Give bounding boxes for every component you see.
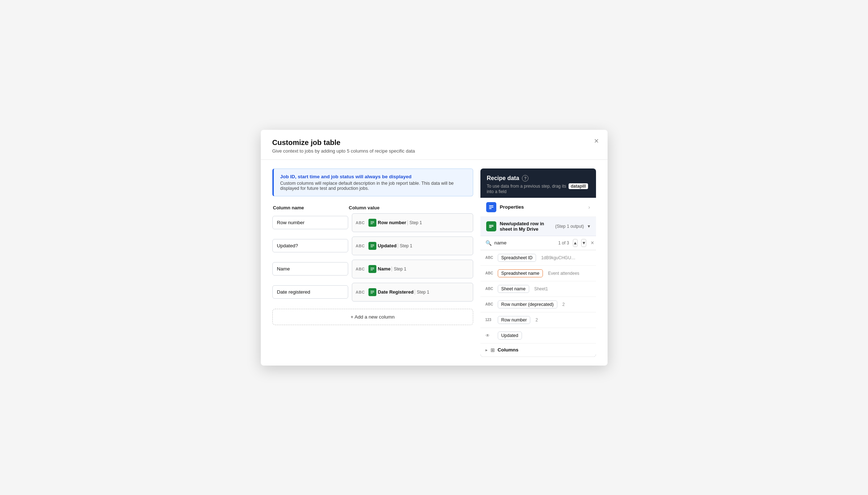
modal-body: Job ID, start time and job status will a… bbox=[261, 160, 608, 366]
svg-rect-21 bbox=[489, 226, 493, 227]
search-prev-button[interactable]: ▲ bbox=[573, 239, 578, 247]
svg-rect-20 bbox=[489, 225, 493, 226]
type-badge: 👁 bbox=[485, 333, 495, 338]
pill-label-2: Updated bbox=[378, 243, 397, 248]
pill-group-1: Row number Step 1 bbox=[368, 219, 422, 227]
right-panel: Recipe data ? To use data from a previou… bbox=[480, 168, 596, 357]
svg-rect-14 bbox=[371, 292, 374, 293]
svg-rect-5 bbox=[371, 244, 374, 245]
sheets-expanded: New/updated row in sheet in My Drive (St… bbox=[480, 217, 596, 357]
col-header-name: Column name bbox=[273, 205, 349, 210]
pill-step-4: Step 1 bbox=[415, 290, 429, 295]
type-badge: ABC bbox=[485, 271, 495, 275]
properties-icon bbox=[486, 202, 496, 212]
svg-rect-7 bbox=[371, 247, 373, 247]
columns-label: Columns bbox=[498, 347, 519, 353]
type-badge: ABC bbox=[485, 287, 495, 291]
list-item: ABC Spreadsheet name Event attendees bbox=[480, 266, 596, 281]
search-input[interactable] bbox=[495, 240, 556, 246]
sheets-expanded-step: (Step 1 output) bbox=[555, 224, 584, 229]
modal-header: Customize job table Give context to jobs… bbox=[261, 130, 608, 160]
datapill-row-number-deprecated[interactable]: Row number (deprecated) bbox=[498, 300, 557, 308]
modal-subtitle: Give context to jobs by adding upto 5 co… bbox=[272, 148, 596, 154]
sheets-icon-1 bbox=[368, 219, 376, 227]
recipe-data-header: Recipe data ? To use data from a previou… bbox=[480, 168, 596, 198]
search-next-button[interactable]: ▼ bbox=[581, 239, 586, 247]
svg-rect-10 bbox=[371, 269, 374, 269]
svg-rect-1 bbox=[371, 221, 374, 222]
sheets-expanded-title: New/updated row in sheet in My Drive bbox=[500, 221, 552, 232]
datapill-updated[interactable]: Updated bbox=[498, 332, 522, 340]
datapill-sheet-name[interactable]: Sheet name bbox=[498, 285, 529, 293]
search-icon: 🔍 bbox=[485, 240, 492, 246]
pill-label-1: Row number bbox=[378, 220, 406, 225]
search-count: 1 of 3 bbox=[558, 240, 569, 246]
close-button[interactable]: × bbox=[594, 137, 599, 145]
list-item: 123 Row number 2 bbox=[480, 312, 596, 328]
datapill-spreadsheet-name[interactable]: Spreadsheet name bbox=[498, 269, 543, 277]
datapill-value: 2 bbox=[535, 317, 538, 323]
pill-group-3: Name Step 1 bbox=[368, 265, 406, 273]
info-banner: Job ID, start time and job status will a… bbox=[272, 168, 473, 196]
columns-section[interactable]: ▸ ⊞ Columns bbox=[480, 343, 596, 357]
modal-title: Customize job table bbox=[272, 138, 596, 147]
col-value-box-1: ABC Row number Step 1 bbox=[352, 213, 473, 232]
svg-rect-16 bbox=[489, 205, 493, 206]
sheets-icon-2 bbox=[368, 242, 376, 250]
datapill-row-number[interactable]: Row number bbox=[498, 316, 531, 324]
expand-icon: ▸ bbox=[485, 347, 488, 353]
col-name-input-4[interactable] bbox=[272, 285, 348, 299]
pill-step-2: Step 1 bbox=[398, 243, 413, 248]
datapill-value: Sheet1 bbox=[534, 286, 548, 291]
type-badge: ABC bbox=[485, 302, 495, 306]
datapill-spreadsheet-id[interactable]: Spreadsheet ID bbox=[498, 254, 536, 262]
table-row: ABC Date Registered Step 1 bbox=[272, 283, 473, 302]
svg-rect-11 bbox=[371, 270, 373, 270]
sheets-expanded-header[interactable]: New/updated row in sheet in My Drive (St… bbox=[480, 217, 596, 236]
col-name-input-2[interactable] bbox=[272, 239, 348, 252]
svg-rect-15 bbox=[371, 293, 373, 294]
col-name-input-3[interactable] bbox=[272, 262, 348, 276]
table-row: ABC Name Step 1 bbox=[272, 260, 473, 278]
recipe-data-subtitle: To use data from a previous step, drag i… bbox=[487, 183, 590, 194]
col-value-box-4: ABC Date Registered Step 1 bbox=[352, 283, 473, 302]
abc-badge-4: ABC bbox=[356, 290, 365, 294]
table-row: ABC Updated Step 1 bbox=[272, 236, 473, 255]
sheets-chevron: ▾ bbox=[588, 223, 590, 229]
list-item: ABC Sheet name Sheet1 bbox=[480, 281, 596, 297]
help-icon[interactable]: ? bbox=[522, 175, 528, 182]
svg-rect-9 bbox=[371, 268, 374, 268]
grid-icon: ⊞ bbox=[491, 347, 495, 353]
list-item: ABC Row number (deprecated) 2 bbox=[480, 297, 596, 312]
banner-title: Job ID, start time and job status will a… bbox=[280, 174, 466, 179]
col-header-value: Column value bbox=[349, 205, 472, 210]
add-column-button[interactable]: + Add a new column bbox=[272, 309, 473, 325]
properties-item[interactable]: Properties › bbox=[480, 198, 596, 217]
abc-badge-1: ABC bbox=[356, 221, 365, 225]
customize-job-table-modal: Customize job table Give context to jobs… bbox=[261, 130, 608, 366]
columns-header: Column name Column value bbox=[272, 205, 473, 210]
pill-step-3: Step 1 bbox=[392, 266, 406, 272]
table-row: ABC Row number Step 1 bbox=[272, 213, 473, 232]
datapill-example: datapill bbox=[569, 183, 588, 189]
properties-label: Properties bbox=[500, 204, 585, 210]
col-value-box-2: ABC Updated Step 1 bbox=[352, 236, 473, 255]
pill-label-3: Name bbox=[378, 266, 390, 272]
datapills-list: ABC Spreadsheet ID 1dB9kguCHGUD8POMJpehy… bbox=[480, 250, 596, 343]
abc-badge-2: ABC bbox=[356, 244, 365, 248]
sheets-icon-3 bbox=[368, 265, 376, 273]
pill-group-2: Updated Step 1 bbox=[368, 242, 413, 250]
pill-step-1: Step 1 bbox=[407, 220, 422, 225]
list-item: ABC Spreadsheet ID 1dB9kguCHGUD8POMJpehy… bbox=[480, 250, 596, 266]
svg-rect-3 bbox=[371, 223, 373, 224]
svg-rect-2 bbox=[371, 222, 374, 223]
col-name-input-1[interactable] bbox=[272, 216, 348, 229]
search-bar: 🔍 1 of 3 ▲ ▼ × bbox=[480, 236, 596, 250]
recipe-data-section: Properties › New/updated row in sheet in… bbox=[480, 198, 596, 357]
pill-label-4: Date Registered bbox=[378, 289, 414, 295]
list-item: 👁 Updated bbox=[480, 328, 596, 343]
abc-badge-3: ABC bbox=[356, 267, 365, 271]
datapill-value: 2 bbox=[562, 302, 565, 307]
sheets-expanded-icon bbox=[486, 221, 496, 231]
search-close-button[interactable]: × bbox=[591, 240, 594, 246]
